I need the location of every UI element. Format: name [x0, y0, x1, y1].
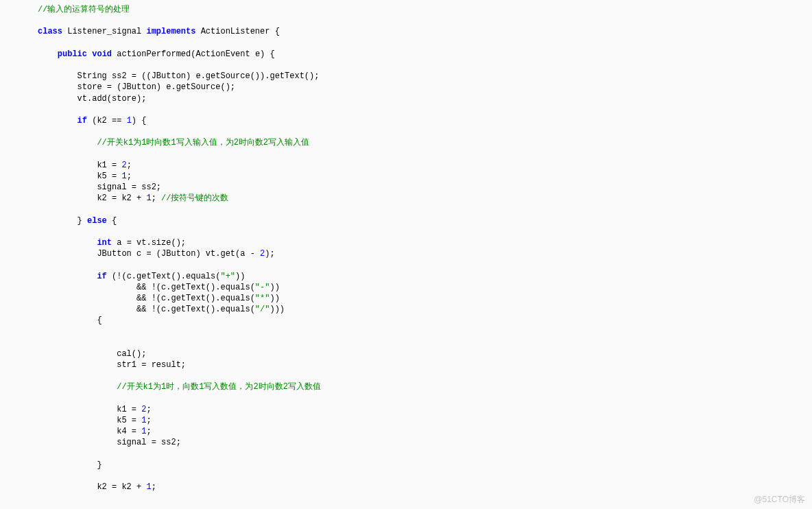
code-line: k1 = 2;	[38, 404, 812, 415]
code-token-comment: //开关k1为1时向数1写入输入值，为2时向数2写入输入值	[97, 138, 309, 147]
code-line: }	[38, 460, 812, 471]
code-line	[38, 60, 812, 71]
code-line: store = (JButton) e.getSource();	[38, 82, 812, 93]
code-line: String ss2 = ((JButton) e.getSource()).g…	[38, 71, 812, 82]
code-token: ActionListener {	[195, 27, 279, 36]
code-token: k2 = k2 +	[38, 482, 146, 492]
code-token: && !(c.getText().equals(	[38, 283, 255, 292]
code-line: if (!(c.getText().equals("+"))	[38, 271, 812, 282]
code-line: {	[38, 315, 812, 326]
code-token-comment: //输入的运算符号的处理	[38, 5, 130, 14]
code-line: } else {	[38, 215, 812, 226]
code-token-comment: //按符号键的次数	[161, 193, 228, 203]
code-token	[38, 49, 58, 59]
code-token: );	[265, 249, 274, 259]
code-token: }	[38, 216, 87, 226]
code-line	[38, 104, 812, 115]
code-token-comment: //开关k1为1时，向数1写入数值，为2时向数2写入数值	[117, 382, 321, 392]
code-line: JButton c = (JButton) vt.get(a - 2);	[38, 248, 812, 259]
code-line	[38, 15, 812, 26]
code-token: k1 =	[38, 405, 141, 414]
code-line: //开关k1为1时向数1写入输入值，为2时向数2写入输入值	[38, 137, 812, 148]
code-token	[38, 382, 117, 392]
code-token: ))	[270, 283, 279, 292]
code-token-number: 1	[127, 116, 132, 126]
code-token-keyword: if	[77, 116, 87, 126]
code-token: )))	[270, 305, 285, 314]
code-token: && !(c.getText().equals(	[38, 305, 255, 314]
code-line	[38, 226, 812, 237]
code-token	[38, 138, 97, 147]
code-token-string: "*"	[255, 294, 270, 303]
code-token: {	[38, 316, 102, 325]
code-line	[38, 126, 812, 137]
code-line: public void actionPerformed(ActionEvent …	[38, 49, 812, 60]
code-line: if (k2 == 1) {	[38, 115, 812, 126]
code-token: ))	[270, 294, 279, 303]
code-line	[38, 471, 812, 482]
code-line: class Listener_signal implements ActionL…	[38, 26, 812, 37]
code-token-number: 1	[146, 482, 151, 492]
code-line: && !(c.getText().equals("*"))	[38, 293, 812, 304]
code-token-keyword: else	[87, 216, 107, 226]
code-token: store = (JButton) e.getSource();	[38, 82, 235, 92]
code-line	[38, 326, 812, 337]
code-token: (k2 ==	[87, 116, 127, 126]
code-line: && !(c.getText().equals("/")))	[38, 304, 812, 315]
code-token: actionPerformed(ActionEvent e) {	[112, 49, 275, 59]
code-line: //输入的运算符号的处理	[38, 4, 812, 15]
code-line	[38, 38, 812, 49]
code-token: k2 = k2 +	[38, 193, 146, 203]
code-token: }	[38, 460, 102, 470]
code-line: str1 = result;	[38, 359, 812, 370]
code-line: k2 = k2 + 1;	[38, 482, 812, 493]
code-token: && !(c.getText().equals(	[38, 294, 255, 303]
code-token: k5 =	[38, 416, 141, 425]
code-token-number: 2	[121, 161, 126, 170]
code-line	[38, 259, 812, 270]
code-token-keyword: void	[92, 49, 112, 59]
code-line: vt.add(store);	[38, 93, 812, 104]
code-token: ;	[152, 193, 161, 203]
code-token-string: "+"	[220, 272, 235, 281]
code-line: signal = ss2;	[38, 437, 812, 448]
code-line	[38, 449, 812, 460]
code-token-number: 1	[121, 171, 126, 181]
code-token: ;	[152, 482, 156, 492]
code-token-keyword: if	[97, 272, 106, 281]
code-token-keyword: int	[97, 238, 112, 248]
code-line: signal = ss2;	[38, 182, 812, 193]
code-token: signal = ss2;	[38, 438, 181, 447]
code-line	[38, 370, 812, 381]
code-line	[38, 393, 812, 404]
code-token	[38, 116, 77, 126]
code-token: ) {	[132, 116, 147, 126]
code-line: k5 = 1;	[38, 171, 812, 182]
code-token: (!(c.getText().equals(	[107, 272, 221, 281]
code-token: ;	[146, 427, 151, 436]
code-line: k4 = 1;	[38, 426, 812, 437]
code-token	[38, 272, 97, 281]
code-line: k1 = 2;	[38, 160, 812, 171]
code-token: ;	[146, 405, 151, 414]
code-line: cal();	[38, 348, 812, 359]
code-token-string: "/"	[255, 305, 270, 314]
code-block: //输入的运算符号的处理 class Listener_signal imple…	[0, 0, 812, 497]
code-token: cal();	[38, 349, 146, 359]
code-line	[38, 148, 812, 159]
code-line: k2 = k2 + 1; //按符号键的次数	[38, 193, 812, 204]
code-token: k5 =	[38, 171, 121, 181]
code-token: Listener_signal	[62, 27, 146, 36]
code-line: //开关k1为1时，向数1写入数值，为2时向数2写入数值	[38, 381, 812, 392]
code-token-number: 1	[146, 193, 151, 203]
code-token: k4 =	[38, 427, 141, 436]
code-line: int a = vt.size();	[38, 237, 812, 248]
code-line: && !(c.getText().equals("-"))	[38, 282, 812, 293]
code-token-keyword: class	[38, 27, 62, 36]
code-token: ;	[127, 161, 132, 170]
code-line	[38, 338, 812, 348]
code-token: ;	[127, 171, 132, 181]
code-token: a = vt.size();	[112, 238, 186, 248]
code-token: ;	[146, 416, 151, 425]
code-token	[38, 238, 97, 248]
